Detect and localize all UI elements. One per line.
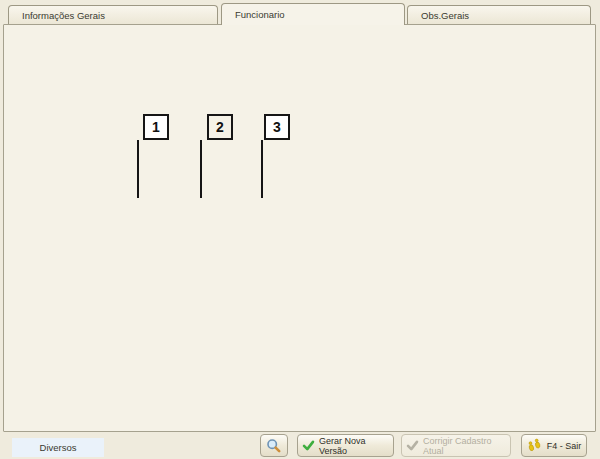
corrigir-cadastro-atual-button[interactable]: Corrigir Cadastro Atual <box>401 434 511 457</box>
gerar-nova-versao-button[interactable]: Gerar Nova Versão <box>297 434 394 457</box>
button-label: Gerar Nova Versão <box>319 436 389 456</box>
f4-sair-button[interactable]: F4 - Sair <box>521 434 587 457</box>
footer-search-button[interactable] <box>260 434 288 457</box>
diversos-label: Diversos <box>40 442 77 453</box>
tab-label: Informações Gerais <box>22 10 105 21</box>
check-icon <box>302 439 315 452</box>
callout-line-3 <box>261 140 263 198</box>
check-icon <box>406 439 419 452</box>
callout-1: 1 <box>143 114 169 140</box>
tab-page-funcionario <box>3 24 596 432</box>
application-window: Informações Gerais Funcionario Obs.Gerai… <box>0 0 600 459</box>
diversos-panel[interactable]: Diversos <box>12 438 104 457</box>
tab-obs-gerais[interactable]: Obs.Gerais <box>407 5 591 25</box>
button-label: Corrigir Cadastro Atual <box>423 436 506 456</box>
callout-number: 2 <box>216 119 224 135</box>
callout-line-2 <box>200 140 202 198</box>
callout-3: 3 <box>264 114 290 140</box>
footsteps-icon <box>527 438 543 453</box>
tab-informacoes-gerais[interactable]: Informações Gerais <box>8 5 218 25</box>
callout-2: 2 <box>207 114 233 140</box>
tab-label: Funcionario <box>235 9 285 20</box>
callout-number: 1 <box>152 119 160 135</box>
callout-line-1 <box>137 140 139 198</box>
callout-number: 3 <box>273 119 281 135</box>
button-label: F4 - Sair <box>547 441 582 451</box>
search-icon <box>266 438 282 454</box>
tab-label: Obs.Gerais <box>421 10 469 21</box>
tab-funcionario[interactable]: Funcionario <box>221 3 405 25</box>
